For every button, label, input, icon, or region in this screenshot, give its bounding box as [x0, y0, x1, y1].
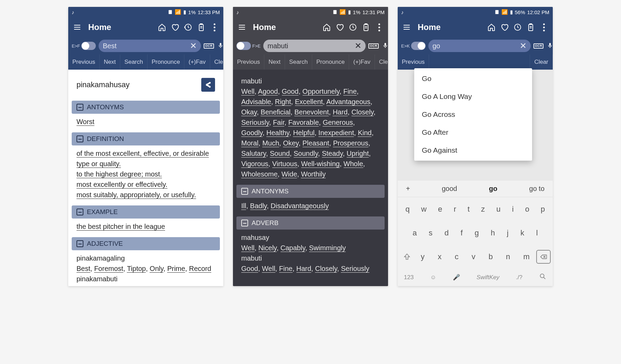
- history-icon[interactable]: [513, 23, 522, 31]
- word-link[interactable]: Prosperous: [333, 139, 368, 147]
- word-link[interactable]: Fair: [273, 119, 284, 127]
- key[interactable]: s: [429, 229, 432, 237]
- word-link[interactable]: Swimmingly: [309, 244, 346, 252]
- key[interactable]: f: [460, 229, 462, 237]
- word-link[interactable]: Much: [262, 139, 279, 147]
- word-link[interactable]: Upright: [347, 150, 369, 158]
- key[interactable]: c: [455, 252, 458, 261]
- word-link[interactable]: Inexpedient: [318, 129, 354, 137]
- key[interactable]: p: [541, 205, 545, 214]
- word-link[interactable]: Kind: [358, 129, 371, 137]
- toggle-pill[interactable]: [411, 42, 426, 50]
- heart-icon[interactable]: [335, 23, 345, 31]
- key[interactable]: b: [489, 252, 493, 261]
- word-link[interactable]: Well-wishing: [301, 160, 340, 168]
- word-link[interactable]: Opportunely: [303, 88, 339, 95]
- home-icon[interactable]: [487, 23, 496, 31]
- key[interactable]: a: [413, 229, 417, 237]
- word-link[interactable]: Fine: [279, 265, 293, 273]
- key[interactable]: m: [523, 252, 530, 261]
- history-icon[interactable]: [183, 23, 193, 31]
- key[interactable]: e: [438, 205, 442, 214]
- overflow-icon[interactable]: [539, 23, 549, 31]
- ocr-icon[interactable]: OCR: [533, 43, 544, 49]
- tab-clear[interactable]: Clear: [375, 54, 388, 70]
- word-link[interactable]: Hard: [296, 265, 311, 273]
- word-link[interactable]: Advisable: [241, 98, 271, 106]
- word-link[interactable]: Closely: [315, 265, 337, 273]
- word-link[interactable]: Advantageous: [326, 98, 370, 106]
- key[interactable]: d: [445, 229, 449, 237]
- word-link[interactable]: Nicely: [258, 244, 277, 252]
- word-link[interactable]: Prime: [167, 265, 185, 273]
- search-input[interactable]: ✕: [428, 40, 531, 52]
- word-link[interactable]: Favorable: [288, 119, 319, 127]
- key[interactable]: j: [507, 229, 509, 237]
- suggestion-item[interactable]: Go After: [414, 123, 532, 141]
- word-link[interactable]: Agood: [258, 88, 278, 95]
- tab-pronounce[interactable]: Pronounce: [312, 54, 349, 70]
- clipboard-icon[interactable]: [361, 23, 371, 31]
- word-link[interactable]: Disadvantageously: [271, 202, 329, 210]
- search-key[interactable]: [539, 273, 547, 282]
- word-link[interactable]: Wide: [282, 170, 297, 178]
- tab-clear[interactable]: Clear: [210, 54, 223, 70]
- heart-icon[interactable]: [500, 23, 509, 31]
- key[interactable]: x: [438, 252, 441, 261]
- tab-previous[interactable]: Previous: [233, 54, 264, 70]
- word-link[interactable]: Steady: [322, 150, 343, 158]
- kb-suggestion[interactable]: go: [489, 185, 497, 193]
- key[interactable]: l: [536, 229, 538, 237]
- section-antonyms[interactable]: −ANTONYMS: [236, 185, 385, 198]
- word-link[interactable]: Foremost: [94, 265, 123, 273]
- word-link[interactable]: Vigorous: [241, 160, 268, 168]
- tab-fav[interactable]: (+)Fav: [349, 54, 375, 70]
- key[interactable]: q: [406, 205, 410, 214]
- word-link[interactable]: Pleasant: [303, 139, 329, 147]
- suggestion-item[interactable]: Go A Long Way: [414, 88, 532, 105]
- key[interactable]: t: [468, 205, 470, 214]
- tab-fav[interactable]: (+)Fav: [184, 54, 210, 70]
- home-icon[interactable]: [157, 23, 167, 31]
- word-link[interactable]: Best: [77, 265, 90, 273]
- section-adverb[interactable]: −ADVERB: [236, 216, 385, 230]
- suggestion-item[interactable]: Go Against: [414, 141, 532, 159]
- key[interactable]: g: [475, 229, 479, 237]
- tab-previous[interactable]: Previous: [68, 54, 100, 70]
- word-link[interactable]: Closely: [352, 108, 374, 116]
- clear-icon[interactable]: ✕: [520, 41, 527, 51]
- word-link[interactable]: Benevolent: [294, 108, 329, 116]
- section-antonyms[interactable]: −ANTONYMS: [72, 101, 220, 114]
- menu-icon[interactable]: [237, 23, 247, 31]
- word-link[interactable]: Goodly: [241, 129, 263, 137]
- numeric-key[interactable]: 123: [404, 274, 414, 281]
- word-link[interactable]: Seriously: [341, 265, 369, 273]
- search-input[interactable]: ✕: [99, 40, 201, 52]
- backspace-key[interactable]: [536, 250, 551, 264]
- toggle-pill[interactable]: [81, 42, 96, 50]
- clipboard-icon[interactable]: [196, 23, 206, 31]
- tab-search[interactable]: Search: [285, 54, 312, 70]
- lang-toggle[interactable]: E>F: [72, 42, 96, 50]
- word-link[interactable]: Well: [262, 265, 275, 273]
- menu-icon[interactable]: [72, 23, 82, 31]
- key[interactable]: y: [421, 252, 425, 261]
- toggle-pill[interactable]: [236, 42, 251, 50]
- word-link[interactable]: Good: [282, 88, 299, 95]
- word-link[interactable]: Only: [150, 265, 163, 273]
- word-link[interactable]: Wholesome: [241, 170, 278, 178]
- word-link[interactable]: Fine: [343, 88, 357, 95]
- section-definition[interactable]: −DEFINITION: [72, 132, 220, 145]
- word-link[interactable]: Excellent: [295, 98, 323, 106]
- clear-icon[interactable]: ✕: [190, 41, 197, 51]
- word-link[interactable]: Okay: [241, 108, 257, 116]
- heart-icon[interactable]: [170, 23, 180, 31]
- word-link[interactable]: Hard: [333, 108, 347, 116]
- key[interactable]: w: [421, 205, 427, 214]
- word-link[interactable]: Generous: [323, 119, 353, 127]
- clipboard-icon[interactable]: [526, 23, 536, 31]
- lang-toggle[interactable]: E>K: [401, 42, 426, 50]
- word-link[interactable]: Good: [241, 265, 258, 273]
- word-link[interactable]: Right: [275, 98, 291, 106]
- word-link[interactable]: Sound: [270, 150, 290, 158]
